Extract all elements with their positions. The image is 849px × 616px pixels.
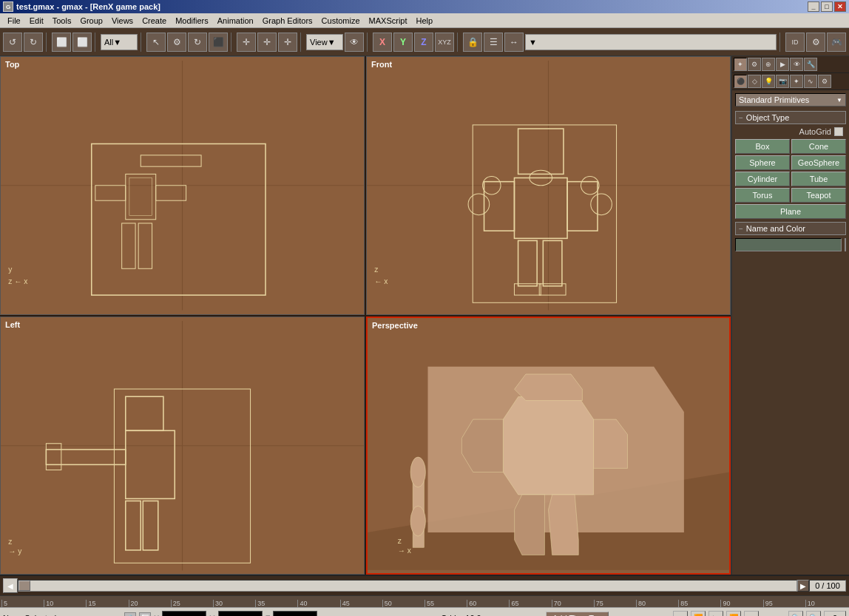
plane-button[interactable]: Plane: [735, 204, 846, 219]
maximize-button[interactable]: □: [821, 1, 833, 12]
z-axis-button[interactable]: Z: [414, 33, 433, 52]
menu-help[interactable]: Help: [412, 15, 438, 27]
playback-next-button[interactable]: ⏩: [726, 611, 741, 617]
status-x-coord[interactable]: [162, 611, 206, 617]
timeline-thumb[interactable]: [18, 581, 30, 591]
cylinder-button[interactable]: Cylinder: [735, 172, 790, 186]
id-button[interactable]: ID: [785, 33, 805, 52]
grid-label: Grid = 10.0: [441, 614, 481, 617]
menubar: File Edit Tools Group Views Create Modif…: [0, 13, 849, 28]
tube-button[interactable]: Tube: [791, 172, 846, 186]
status-y-coord[interactable]: [218, 611, 263, 617]
cameras-icon[interactable]: 📷: [776, 75, 789, 88]
x-axis-button[interactable]: X: [373, 33, 392, 52]
name-input[interactable]: [735, 238, 842, 251]
menu-group[interactable]: Group: [75, 15, 107, 27]
utilities-tab[interactable]: 🔧: [804, 58, 817, 71]
redo-button[interactable]: ↻: [24, 33, 43, 52]
select-filter-label: All: [104, 38, 113, 47]
status-icon-lock[interactable]: 🔒: [124, 612, 136, 617]
percent-snap-button[interactable]: ✛: [278, 33, 297, 52]
autogrid-checkbox[interactable]: [834, 127, 843, 136]
zoom-in-button[interactable]: 🔍: [788, 611, 803, 617]
box-button[interactable]: Box: [735, 139, 790, 154]
titlebar-buttons[interactable]: _ □ ✕: [808, 1, 846, 12]
spacewarps-icon[interactable]: ∿: [804, 75, 817, 88]
shapes-icon[interactable]: ◇: [748, 75, 761, 88]
menu-create[interactable]: Create: [138, 15, 171, 27]
add-time-tag-button[interactable]: Add Time Tag: [546, 612, 609, 617]
hierarchy-tab[interactable]: ⊕: [762, 58, 775, 71]
y-axis-button[interactable]: Y: [393, 33, 413, 52]
menu-views[interactable]: Views: [107, 15, 138, 27]
named-selection-button[interactable]: ☰: [484, 33, 503, 52]
named-selection-dropdown[interactable]: ▼: [525, 34, 777, 50]
status-z-coord[interactable]: [273, 611, 317, 617]
lock-selection-button[interactable]: 🔒: [463, 33, 482, 52]
menu-edit[interactable]: Edit: [25, 15, 48, 27]
undo-button[interactable]: ↺: [3, 33, 22, 52]
select-filter-dropdown[interactable]: All ▼: [101, 34, 138, 50]
menu-maxscript[interactable]: MAXScript: [365, 15, 412, 27]
playback-play-button[interactable]: ▶: [708, 611, 723, 617]
primitives-dropdown[interactable]: Standard Primitives ▼: [735, 93, 846, 106]
systems-icon[interactable]: ⚙: [818, 75, 831, 88]
material-editor-button[interactable]: ⚙: [806, 33, 825, 52]
scale-button[interactable]: ⬛: [209, 33, 228, 52]
create-tab[interactable]: ✦: [734, 58, 747, 71]
geometry-icon[interactable]: ⚫: [734, 75, 747, 88]
timeline-left-button[interactable]: ◀: [3, 578, 18, 593]
ruler-mark-5: 5: [1, 600, 44, 607]
geosphere-button[interactable]: GeoSphere: [791, 155, 846, 170]
name-color-minus[interactable]: −: [739, 225, 743, 233]
object-type-minus[interactable]: −: [739, 114, 743, 122]
sphere-button[interactable]: Sphere: [735, 155, 790, 170]
frame-counter-field[interactable]: 0: [824, 611, 846, 617]
select-button[interactable]: ↖: [146, 33, 166, 52]
helpers-icon[interactable]: ✦: [790, 75, 803, 88]
display-tab[interactable]: 👁: [790, 58, 803, 71]
svg-marker-52: [515, 494, 545, 555]
mirror-button[interactable]: ↔: [504, 33, 524, 52]
object-type-section: − Object Type: [735, 111, 846, 124]
torus-button[interactable]: Torus: [735, 188, 790, 203]
menu-modifiers[interactable]: Modifiers: [171, 15, 213, 27]
select-region-button[interactable]: ⬜: [72, 33, 92, 52]
teapot-button[interactable]: Teapot: [791, 188, 846, 203]
viewport-left[interactable]: Left z → y: [0, 317, 365, 575]
modify-tab[interactable]: ⚙: [748, 58, 761, 71]
timeline-right-button[interactable]: ▶: [797, 580, 809, 592]
toolbar-separator-6: [367, 33, 370, 52]
zoom-out-button[interactable]: 🔍: [806, 611, 821, 617]
viewport-top[interactable]: Top y: [0, 56, 365, 315]
select-object-button[interactable]: ⬜: [52, 33, 71, 52]
menu-animation[interactable]: Animation: [213, 15, 258, 27]
lights-icon[interactable]: 💡: [762, 75, 775, 88]
menu-customize[interactable]: Customize: [317, 15, 365, 27]
viewport-front[interactable]: Front: [366, 56, 731, 315]
menu-file[interactable]: File: [3, 15, 25, 27]
rotate-button[interactable]: ↻: [188, 33, 207, 52]
snap-toggle-button[interactable]: ✛: [237, 33, 256, 52]
minimize-button[interactable]: _: [808, 1, 819, 12]
view-btn[interactable]: 👁: [345, 33, 364, 52]
cone-button[interactable]: Cone: [791, 139, 846, 154]
color-swatch[interactable]: [845, 238, 846, 251]
select-link-button[interactable]: ⚙: [167, 33, 186, 52]
viewport-perspective[interactable]: Perspective: [366, 317, 731, 575]
playback-start-button[interactable]: ⏮: [673, 611, 688, 617]
name-color-section: − Name and Color: [735, 222, 846, 235]
motion-tab[interactable]: ▶: [776, 58, 789, 71]
menu-graph-editors[interactable]: Graph Editors: [258, 15, 317, 27]
xyz-button[interactable]: XYZ: [435, 33, 454, 52]
playback-end-button[interactable]: ⏭: [744, 611, 759, 617]
menu-tools[interactable]: Tools: [48, 15, 76, 27]
view-dropdown[interactable]: View ▼: [306, 34, 343, 50]
close-button[interactable]: ✕: [834, 1, 846, 12]
render-button[interactable]: 🎮: [827, 33, 846, 52]
playback-prev-button[interactable]: ⏪: [691, 611, 706, 617]
timeline-track[interactable]: [18, 580, 797, 592]
status-icon-box[interactable]: ⬜: [139, 612, 151, 617]
viewport-perspective-content: z → x: [368, 318, 729, 574]
angle-snap-button[interactable]: ✛: [257, 33, 277, 52]
